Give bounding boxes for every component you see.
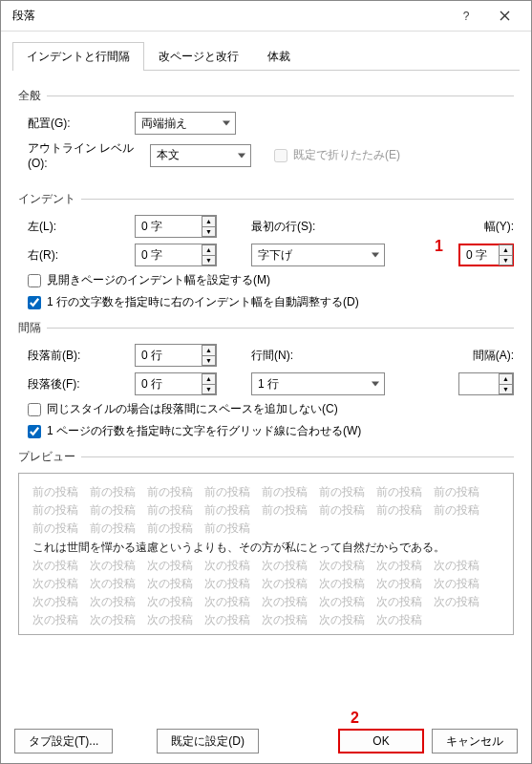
- dialog-title: 段落: [9, 8, 447, 24]
- at-label: 間隔(A):: [473, 348, 514, 364]
- mirror-indent-checkbox[interactable]: [28, 274, 41, 287]
- preview-sample-text: これは世間を憚かる遠慮というよりも、その方が私にとって自然だからである。: [32, 539, 500, 557]
- indent-left-label: 左(L):: [18, 219, 129, 235]
- spacing-header: 間隔: [18, 320, 41, 336]
- tab-page-breaks[interactable]: 改ページと改行: [144, 42, 253, 71]
- tabs-button[interactable]: タブ設定(T)...: [14, 729, 113, 753]
- divider: [81, 199, 514, 200]
- divider: [81, 456, 514, 457]
- preview-header: プレビュー: [18, 449, 75, 465]
- outline-select[interactable]: [150, 144, 251, 167]
- no-space-same-style-label: 同じスタイルの場合は段落間にスペースを追加しない(C): [47, 401, 338, 417]
- at-spinner[interactable]: ▲▼: [499, 373, 513, 394]
- indent-header: インデント: [18, 191, 75, 207]
- mirror-indent-label: 見開きページのインデント幅を設定する(M): [47, 272, 270, 288]
- snap-to-grid-label: 1 ページの行数を指定時に文字を行グリッド線に合わせる(W): [47, 423, 361, 439]
- ok-button[interactable]: OK: [338, 729, 424, 753]
- tab-asian-typography[interactable]: 体裁: [253, 42, 305, 71]
- width-label: 幅(Y):: [484, 219, 514, 235]
- snap-to-grid-checkbox[interactable]: [28, 425, 41, 438]
- line-spacing-select[interactable]: [251, 372, 385, 395]
- outline-label: アウトライン レベル(O):: [18, 140, 144, 170]
- help-button[interactable]: ?: [447, 1, 485, 32]
- first-line-select[interactable]: [251, 244, 385, 266]
- cancel-button[interactable]: キャンセル: [432, 729, 518, 753]
- close-button[interactable]: [485, 1, 523, 32]
- indent-right-label: 右(R):: [18, 247, 129, 264]
- space-after-label: 段落後(F):: [18, 376, 129, 393]
- space-before-spinner[interactable]: ▲▼: [202, 345, 216, 366]
- collapse-label: 既定で折りたたみ(E): [293, 147, 400, 163]
- tab-indent-spacing[interactable]: インデントと行間隔: [12, 42, 144, 71]
- alignment-label: 配置(G):: [18, 116, 129, 132]
- preview-box: 前の投稿 前の投稿 前の投稿 前の投稿 前の投稿 前の投稿 前の投稿 前の投稿 …: [18, 473, 514, 635]
- general-header: 全般: [18, 88, 41, 104]
- divider: [47, 328, 514, 329]
- divider: [47, 96, 514, 96]
- indent-left-spinner[interactable]: ▲▼: [202, 216, 216, 237]
- no-space-same-style-checkbox[interactable]: [28, 403, 41, 416]
- preview-grey-before: 前の投稿 前の投稿 前の投稿 前の投稿 前の投稿 前の投稿 前の投稿 前の投稿 …: [32, 483, 500, 539]
- tab-bar: インデントと行間隔 改ページと改行 体裁: [12, 41, 520, 71]
- collapse-checkbox[interactable]: [274, 149, 287, 162]
- line-spacing-label: 行間(N):: [251, 348, 328, 364]
- set-default-button[interactable]: 既定に設定(D): [157, 729, 259, 753]
- auto-adjust-checkbox[interactable]: [28, 296, 41, 309]
- indent-right-spinner[interactable]: ▲▼: [202, 244, 216, 265]
- space-after-spinner[interactable]: ▲▼: [202, 373, 216, 394]
- first-line-label: 最初の行(S):: [251, 219, 328, 235]
- alignment-select[interactable]: [135, 112, 236, 135]
- preview-grey-after: 次の投稿 次の投稿 次の投稿 次の投稿 次の投稿 次の投稿 次の投稿 次の投稿 …: [32, 557, 500, 630]
- auto-adjust-label: 1 行の文字数を指定時に右のインデント幅を自動調整する(D): [47, 294, 359, 310]
- indent-width-spinner[interactable]: ▲▼: [499, 244, 513, 265]
- space-before-label: 段落前(B):: [18, 348, 129, 364]
